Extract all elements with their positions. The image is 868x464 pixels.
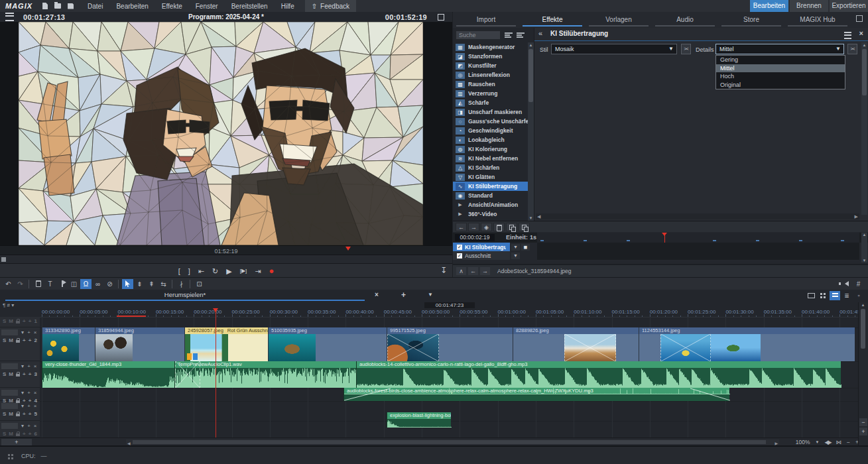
lock-icon[interactable] <box>16 374 20 377</box>
detail-hscrollbar[interactable]: ◀ ▶ <box>536 213 859 219</box>
solo-button[interactable]: S <box>3 431 6 437</box>
timeline-vscrollbar[interactable]: ▲ − + <box>858 302 868 445</box>
effect-item-ki-stilübertragung[interactable]: ∿KI Stilübertragung <box>453 182 528 191</box>
effect-item-linsenreflexion[interactable]: ◎Linsenreflexion <box>453 70 528 80</box>
overview-mode-icon[interactable]: ▫ <box>853 291 864 300</box>
fit-width-icon[interactable]: ◀▶ <box>824 439 830 445</box>
details-reset-button[interactable]: >< <box>847 44 857 54</box>
panel-menu-icon[interactable] <box>844 32 851 39</box>
frame-step-button[interactable]: [▶] <box>240 265 247 277</box>
object-mode-button[interactable]: ⊡ <box>194 279 205 289</box>
unlink-button[interactable]: ⊘ <box>104 279 115 289</box>
preview-menu-icon[interactable] <box>5 13 14 21</box>
keyframe-row-label[interactable]: ✓Ausschnitt <box>453 251 510 260</box>
keyframe-timeline[interactable] <box>537 233 859 243</box>
split-button[interactable]: ∤ <box>176 279 187 289</box>
transition-icon[interactable]: + <box>23 431 26 437</box>
tab-import[interactable]: Import <box>456 16 516 27</box>
solo-button[interactable]: S <box>3 337 6 343</box>
play-button[interactable]: ▶ <box>226 265 231 277</box>
audio-clip-very-close-thunder-gkl-1844-mp3[interactable]: very-close-thunder_Gkl_1844.mp3 <box>42 361 174 388</box>
effect-item-ki-nebel-entfernen[interactable]: ≋KI Nebel entfernen <box>453 154 528 163</box>
video-clip-995171525-jpeg[interactable]: 995171525.jpeg <box>387 327 513 361</box>
chevron-down-icon[interactable]: ▼ <box>511 244 520 251</box>
timeline-ruler[interactable]: 00:00:00:0000:00:05:0000:00:10:0000:00:1… <box>40 308 868 318</box>
close-panel-icon[interactable]: × <box>859 29 863 37</box>
close-project-icon[interactable]: × <box>375 291 379 298</box>
effect-item-360-video[interactable]: ▶360°-Video <box>453 209 528 219</box>
mode-button-brennen[interactable]: Brennen <box>790 0 828 12</box>
transition-icon[interactable] <box>660 334 711 361</box>
track-add-icon[interactable]: + <box>26 423 32 429</box>
track-delete-icon[interactable]: × <box>32 403 38 409</box>
transition-icon[interactable]: + <box>23 337 26 343</box>
track-add-icon[interactable]: + <box>26 390 32 396</box>
transition-icon[interactable]: + <box>23 318 26 324</box>
new-project-icon[interactable] <box>42 3 48 9</box>
collapse-icon[interactable]: ∧ <box>456 267 466 275</box>
record-button[interactable]: ● <box>269 265 275 277</box>
preview-mode-icon[interactable] <box>806 291 816 300</box>
tab-effekte[interactable]: Effekte <box>523 16 582 27</box>
open-project-icon[interactable] <box>54 3 61 9</box>
menu-item-effekte[interactable]: Effekte <box>155 1 189 12</box>
mute-button[interactable]: M <box>9 431 13 437</box>
transition-icon[interactable]: + <box>23 371 26 377</box>
sort-view-icon[interactable] <box>517 32 525 38</box>
mute-button[interactable]: M <box>9 337 13 343</box>
effect-item-lookabgleich[interactable]: ◐Lookabgleich <box>453 135 528 145</box>
effect-item-schärfe[interactable]: ◭Schärfe <box>453 98 528 107</box>
delete-keyframe-button[interactable] <box>493 223 505 231</box>
storyboard-mode-icon[interactable] <box>818 291 828 300</box>
track-name-input[interactable] <box>1 403 18 409</box>
speaker-icon[interactable] <box>841 279 852 289</box>
next-keyframe-button[interactable]: → <box>468 223 479 231</box>
track-name-input[interactable] <box>1 363 18 369</box>
transition-icon[interactable] <box>564 334 616 361</box>
details-select[interactable]: Mittel ▼ <box>715 44 844 54</box>
marker-button[interactable] <box>56 279 68 289</box>
range-in-button[interactable]: [ <box>178 265 180 277</box>
next-object-icon[interactable]: → <box>480 267 490 275</box>
zoom-dropdown-icon[interactable]: ▼ <box>816 440 820 444</box>
range-marker[interactable] <box>117 316 146 317</box>
mode-button-bearbeiten[interactable]: Bearbeiten <box>750 0 788 12</box>
keyframe-row-ausschnitt[interactable]: ✓Ausschnitt▼ <box>453 251 868 260</box>
scrub-position-marker[interactable] <box>345 247 351 251</box>
playhead[interactable] <box>216 311 216 437</box>
effect-item-kunstfilter[interactable]: ◩Kunstfilter <box>453 61 528 70</box>
keyframe-playhead[interactable] <box>664 233 665 243</box>
save-project-icon[interactable] <box>68 3 74 9</box>
track-options-icon[interactable]: ▾ <box>19 423 26 429</box>
effect-item-stanzformen[interactable]: ◪Stanzformen <box>453 52 528 61</box>
chevron-down-icon[interactable]: ▼ <box>511 253 520 259</box>
keyframe-scrollbar[interactable]: ▲ ▼ <box>861 233 867 262</box>
search-input[interactable] <box>456 30 501 40</box>
swap-mode-button[interactable]: ⇆ <box>158 279 169 289</box>
effect-item-rauschen[interactable]: ▩Rauschen <box>453 80 528 89</box>
audio-clip-audioblocks-forest-birds-close-ambience-[interactable]: audioblocks-forest-birds-close-ambience-… <box>343 388 729 401</box>
hscroll-thumb[interactable] <box>133 440 766 444</box>
previous-keyframe-button[interactable]: ← <box>456 223 467 231</box>
zoom-bar-handle[interactable] <box>1 257 6 262</box>
effects-scrollbar[interactable]: ▲ ▼ <box>528 42 534 221</box>
details-option-gering[interactable]: Gering <box>716 56 845 64</box>
audio-crossfade-icon[interactable] <box>175 361 200 388</box>
detail-scrollbar[interactable]: ▲ <box>861 42 867 215</box>
scroll-left-icon[interactable]: ◀ <box>537 213 540 219</box>
jump-end-button[interactable]: ⇥ <box>255 265 261 277</box>
scroll-down-icon[interactable]: ▼ <box>861 259 867 262</box>
track-delete-icon[interactable]: × <box>32 390 38 396</box>
scroll-up-icon[interactable]: ▲ <box>860 303 866 307</box>
add-keyframe-button[interactable]: ◈ <box>481 223 492 231</box>
checkbox-icon[interactable]: ✓ <box>457 253 462 259</box>
transition-icon[interactable]: + <box>29 337 32 343</box>
track-name-input[interactable] <box>1 329 18 335</box>
mute-button[interactable]: M <box>9 371 13 377</box>
mute-button[interactable]: M <box>9 318 13 324</box>
solo-button[interactable]: S <box>3 411 6 417</box>
lock-icon[interactable] <box>16 414 20 416</box>
lock-icon[interactable] <box>16 321 20 323</box>
range-out-button[interactable]: ] <box>188 265 190 277</box>
audio-clip-audioblocks-14-collettivo-armonico-carlo[interactable]: audioblocks-14-collettivo-armonico-carlo… <box>356 361 841 388</box>
